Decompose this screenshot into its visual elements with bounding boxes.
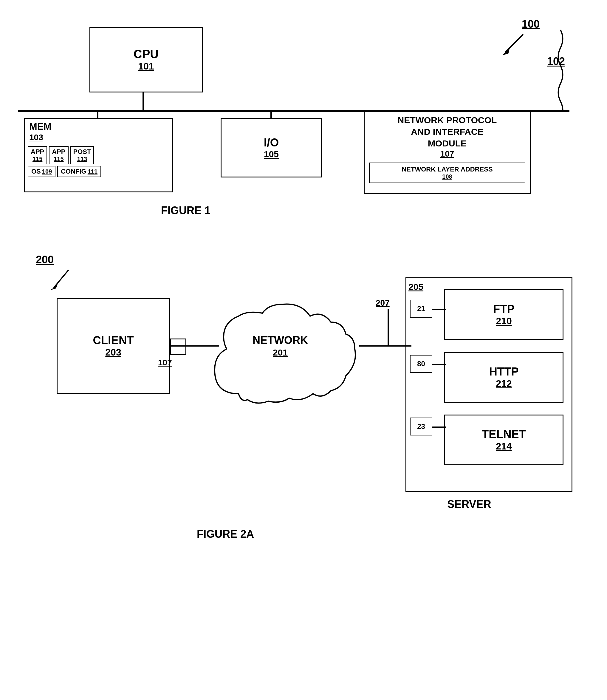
post-ref: 113 <box>77 156 87 163</box>
line-207-pointer <box>388 309 389 346</box>
client-box: CLIENT 203 <box>57 298 170 394</box>
telnet-label: TELNET <box>482 428 526 441</box>
post-box: POST 113 <box>70 146 94 164</box>
client-label: CLIENT <box>93 334 133 347</box>
mem-row2: OS 109 CONFIG 111 <box>28 166 169 177</box>
telnet-box: TELNET 214 <box>444 415 563 465</box>
mem-box: MEM 103 APP 115 APP 115 POST 113 <box>24 118 173 192</box>
app1-label: APP <box>31 148 44 156</box>
ref-100: 100 <box>522 18 540 30</box>
os-label: OS <box>31 168 41 176</box>
port-23-box: 23 <box>410 417 432 435</box>
os-ref: 109 <box>42 168 52 175</box>
config-label: CONFIG <box>61 168 86 176</box>
cpu-ref: 101 <box>138 61 154 72</box>
cpu-label: CPU <box>133 47 159 61</box>
line-port80-http <box>432 364 446 365</box>
app1-ref: 115 <box>33 156 42 163</box>
post-label: POST <box>74 148 91 156</box>
net-box: NETWORK PROTOCOLAND INTERFACEMODULE 107 … <box>364 110 531 194</box>
app2-box: APP 115 <box>49 146 68 164</box>
http-box: HTTP 212 <box>444 352 563 403</box>
ftp-ref: 210 <box>496 315 511 327</box>
telnet-ref: 214 <box>496 441 511 452</box>
mem-title: MEM <box>25 119 172 133</box>
ref-100-label: 100 <box>522 18 540 30</box>
net-layer-box: NETWORK LAYER ADDRESS 108 <box>369 163 525 183</box>
http-ref: 212 <box>496 378 511 389</box>
ftp-label: FTP <box>493 303 515 315</box>
line-network-server <box>359 345 412 347</box>
figure1-area: 100 102 CPU 101 MEM 103 <box>18 9 584 218</box>
arrow-200-icon <box>48 267 78 297</box>
mem-inner: APP 115 APP 115 POST 113 OS 109 <box>25 145 172 179</box>
ftp-box: FTP 210 <box>444 289 563 340</box>
io-label: I/O <box>264 136 279 149</box>
network-label: NETWORK <box>221 334 340 347</box>
config-box: CONFIG 111 <box>57 166 101 177</box>
net-ref: 107 <box>364 149 530 161</box>
mem-ref: 103 <box>25 133 172 145</box>
connector-box <box>170 338 186 355</box>
app2-label: APP <box>52 148 65 156</box>
figure2-area: 200 CLIENT 203 107 NETWORK <box>18 239 584 671</box>
cpu-box: CPU 101 <box>89 27 203 92</box>
line-cpu-bus <box>143 92 144 112</box>
ref-207: 207 <box>376 298 390 308</box>
mem-row1: APP 115 APP 115 POST 113 <box>28 146 169 164</box>
io-ref: 105 <box>264 149 279 159</box>
config-ref: 111 <box>88 168 98 175</box>
ref-107-label: 107 <box>158 358 172 367</box>
io-box: I/O 105 <box>221 118 322 178</box>
arrow-100-icon <box>499 31 529 61</box>
app1-box: APP 115 <box>28 146 47 164</box>
figure2a-caption: FIGURE 2A <box>197 528 254 540</box>
ref-200-label: 200 <box>36 253 54 266</box>
client-ref: 203 <box>105 347 121 358</box>
port-21-box: 21 <box>410 300 432 317</box>
net-title: NETWORK PROTOCOLAND INTERFACEMODULE <box>364 111 530 149</box>
os-box: OS 109 <box>28 166 56 177</box>
net-layer-ref: 108 <box>373 173 522 180</box>
network-ref: 201 <box>221 348 340 357</box>
line-port21-ftp <box>432 309 446 310</box>
app2-ref: 115 <box>54 156 63 163</box>
server-label: SERVER <box>447 498 491 511</box>
svg-marker-1 <box>502 48 510 55</box>
net-layer-label: NETWORK LAYER ADDRESS <box>373 166 522 173</box>
ref-200: 200 <box>36 253 54 266</box>
http-label: HTTP <box>489 365 519 378</box>
wavy-line-icon <box>551 27 569 110</box>
page: 100 102 CPU 101 MEM 103 <box>0 0 607 700</box>
line-port23-telnet <box>432 427 446 428</box>
port-80-box: 80 <box>410 355 432 373</box>
figure1-caption: FIGURE 1 <box>161 204 210 217</box>
